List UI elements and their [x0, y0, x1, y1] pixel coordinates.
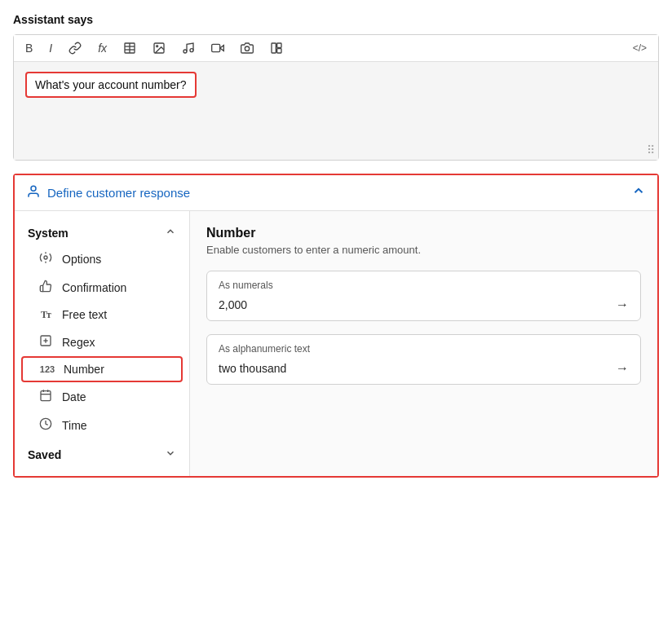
time-icon [38, 417, 54, 433]
sidebar-item-number-label: Number [64, 363, 104, 376]
svg-rect-13 [277, 49, 281, 53]
resize-handle: ⠿ [647, 143, 655, 156]
main-panel-description: Enable customers to enter a numeric amou… [206, 244, 641, 256]
numerals-group: As numerals 2,000 → [206, 271, 641, 321]
free-text-icon: Tт [38, 309, 54, 321]
svg-point-10 [245, 46, 249, 51]
fx-button[interactable]: fx [95, 40, 110, 56]
alphanumeric-row[interactable]: two thousand → [219, 361, 629, 376]
audio-button[interactable] [179, 40, 198, 56]
svg-rect-12 [277, 43, 281, 47]
person-icon [26, 184, 41, 201]
editor-container: B I fx [13, 34, 659, 161]
svg-rect-21 [41, 391, 51, 401]
assistant-says-label: Assistant says [13, 13, 659, 26]
sidebar-saved-header[interactable]: Saved [15, 439, 189, 466]
layout-button[interactable] [267, 40, 286, 56]
sidebar-item-regex[interactable]: Regex [15, 328, 189, 356]
alphanumeric-value: two thousand [219, 362, 286, 375]
sidebar-item-options[interactable]: Options [15, 245, 189, 273]
sidebar-system-header[interactable]: System [15, 221, 189, 245]
page-wrapper: Assistant says B I fx [0, 0, 672, 491]
saved-label: Saved [28, 448, 61, 461]
svg-marker-8 [220, 46, 224, 51]
table-button[interactable] [120, 40, 139, 56]
sidebar-item-free-text-label: Free text [62, 308, 107, 321]
define-response-title: Define customer response [26, 184, 190, 201]
editor-content[interactable]: What's your account number? ⠿ [14, 62, 658, 160]
link-button[interactable] [65, 40, 85, 56]
alphanumeric-label: As alphanumeric text [219, 343, 629, 355]
saved-chevron-icon [165, 447, 176, 461]
main-panel-title: Number [206, 226, 641, 240]
date-icon [38, 389, 54, 404]
define-response-header[interactable]: Define customer response [15, 175, 657, 210]
camera-button[interactable] [237, 40, 257, 56]
sidebar-item-options-label: Options [62, 253, 101, 266]
chevron-up-icon [631, 183, 646, 202]
sidebar-item-date[interactable]: Date [15, 382, 189, 411]
numerals-arrow-icon: → [616, 297, 629, 312]
sidebar-item-confirmation[interactable]: Confirmation [15, 273, 189, 302]
system-label: System [28, 227, 69, 240]
italic-button[interactable]: I [46, 40, 55, 56]
alphanumeric-group: As alphanumeric text two thousand → [206, 334, 641, 385]
numerals-value: 2,000 [219, 298, 247, 311]
sidebar: System [15, 211, 190, 476]
editor-text-value: What's your account number? [25, 72, 197, 98]
define-customer-response-section: Define customer response System [13, 174, 659, 478]
code-button[interactable]: </> [630, 41, 650, 55]
alphanumeric-arrow-icon: → [616, 361, 629, 376]
sidebar-item-time-label: Time [62, 419, 87, 432]
content-area: System [15, 210, 657, 476]
svg-point-6 [183, 50, 187, 53]
svg-point-5 [157, 46, 158, 47]
options-icon [38, 251, 54, 267]
svg-point-14 [31, 186, 36, 191]
sidebar-item-confirmation-label: Confirmation [62, 281, 126, 294]
sidebar-item-regex-label: Regex [62, 336, 95, 349]
regex-icon [38, 334, 54, 350]
define-response-label: Define customer response [47, 186, 190, 200]
number-icon: 123 [39, 364, 55, 374]
svg-rect-9 [212, 44, 220, 51]
image-button[interactable] [149, 40, 169, 56]
sidebar-item-number[interactable]: 123 Number [21, 356, 183, 382]
system-chevron-icon [165, 226, 176, 240]
numerals-label: As numerals [219, 280, 629, 291]
numerals-row[interactable]: 2,000 → [219, 297, 629, 312]
video-button[interactable] [208, 40, 228, 56]
sidebar-item-date-label: Date [62, 390, 86, 403]
editor-toolbar: B I fx [14, 35, 658, 62]
svg-rect-11 [272, 43, 276, 53]
sidebar-item-time[interactable]: Time [15, 411, 189, 439]
confirmation-icon [38, 280, 54, 295]
svg-point-15 [44, 256, 47, 259]
bold-button[interactable]: B [22, 40, 36, 56]
sidebar-item-free-text[interactable]: Tт Free text [15, 302, 189, 328]
svg-point-7 [190, 49, 193, 52]
main-panel: Number Enable customers to enter a numer… [190, 211, 657, 476]
